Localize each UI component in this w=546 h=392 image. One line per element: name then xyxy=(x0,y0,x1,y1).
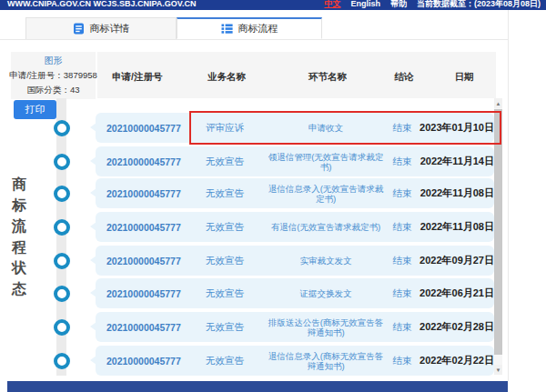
row-business-name: 无效宣告 xyxy=(179,346,270,376)
row-date: 2022年11月08日 xyxy=(394,178,494,208)
row-business-name: 无效宣告 xyxy=(179,246,270,276)
tab-trademark-process[interactable]: 商标流程 xyxy=(177,17,322,39)
row-business-name: 无效宣告 xyxy=(179,312,270,342)
table-scrollbar[interactable]: ▲ ▼ xyxy=(494,98,502,375)
scrollbar-thumb[interactable] xyxy=(494,109,502,355)
row-date: 2022年06月21日 xyxy=(394,278,494,308)
header-conclusion: 结论 xyxy=(385,71,423,84)
process-row[interactable]: 20210000045777 无效宣告 排版送达公告(商标无效宣告答辩通知书) … xyxy=(96,312,494,342)
tab-details-label: 商标详情 xyxy=(90,22,130,35)
site-url-text: WWW.CNIPA.GOV.CN WCJS.SBJ.CNIPA.GOV.CN xyxy=(7,0,197,8)
row-business-name: 无效宣告 xyxy=(179,278,270,308)
tab-process-label: 商标流程 xyxy=(238,22,278,35)
row-stage-name: 证据交换发文 xyxy=(265,278,387,308)
row-date: 2023年01月10日 xyxy=(394,113,494,143)
row-date: 2022年02月22日 xyxy=(394,346,494,376)
row-business-name: 无效宣告 xyxy=(179,212,270,242)
scrollbar-down-arrow-icon[interactable]: ▼ xyxy=(494,365,502,375)
row-date: 2022年11月08日 xyxy=(394,212,494,242)
top-navy-bar: WWW.CNIPA.GOV.CN WCJS.SBJ.CNIPA.GOV.CN 中… xyxy=(0,0,546,10)
header-business-name: 业务名称 xyxy=(181,71,272,84)
process-row[interactable]: 20210000045777 评审应诉 申请收文 结束 2023年01月10日 xyxy=(96,113,494,143)
process-row[interactable]: 20210000045777 无效宣告 退信信息录入(无效宣告请求裁定书) 结束… xyxy=(96,178,494,208)
process-rows-area: 20210000045777 评审应诉 申请收文 结束 2023年01月10日 … xyxy=(0,98,508,377)
lang-english-link[interactable]: English xyxy=(350,0,380,8)
process-row[interactable]: 20210000045777 无效宣告 退信信息录入(商标无效宣告答辩通知书) … xyxy=(96,346,494,376)
row-date: 2022年11月14日 xyxy=(394,146,494,176)
row-business-name: 无效宣告 xyxy=(179,146,270,176)
process-row[interactable]: 20210000045777 无效宣告 有退信(无效宣告请求裁定书) 结束 20… xyxy=(96,212,494,242)
tab-divider-line xyxy=(0,39,508,40)
scrollbar-up-arrow-icon[interactable]: ▲ xyxy=(494,98,502,108)
row-business-name: 无效宣告 xyxy=(179,178,270,208)
row-stage-name: 领退信管理(无效宣告请求裁定书) xyxy=(265,146,387,176)
process-row[interactable]: 20210000045777 无效宣告 证据交换发文 结束 2022年06月21… xyxy=(96,278,494,308)
header-stage-name: 环节名称 xyxy=(267,71,389,84)
header-date: 日期 xyxy=(432,71,496,84)
row-stage-name: 退信信息录入(商标无效宣告答辩通知书) xyxy=(265,346,387,376)
list-icon xyxy=(221,23,233,35)
row-business-name: 评审应诉 xyxy=(179,113,270,143)
header-application-number: 申请/注册号 xyxy=(112,71,162,84)
row-stage-name: 有退信(无效宣告请求裁定书) xyxy=(265,212,387,242)
process-row[interactable]: 20210000045777 无效宣告 实审裁文发文 结束 2022年09月27… xyxy=(96,246,494,276)
document-icon xyxy=(73,23,85,35)
lang-chinese-link[interactable]: 中文 xyxy=(324,0,340,10)
tab-trademark-details[interactable]: 商标详情 xyxy=(25,17,177,39)
row-stage-name: 排版送达公告(商标无效宣告答辩通知书) xyxy=(265,312,387,342)
intl-class-text: 国际分类：43 xyxy=(26,85,79,96)
footer-navy-bar xyxy=(7,381,508,392)
trademark-info-panel: 图形 申请/注册号：3879958 国际分类：43 xyxy=(11,52,96,99)
row-stage-name: 实审裁文发文 xyxy=(265,246,387,276)
row-date: 2022年02月28日 xyxy=(394,312,494,342)
mark-type-link[interactable]: 图形 xyxy=(45,55,63,67)
data-asof-text: 当前数据截至：(2023年08月08日) xyxy=(417,0,541,10)
row-date: 2022年09月27日 xyxy=(394,246,494,276)
row-stage-name: 退信信息录入(无效宣告请求裁定书) xyxy=(265,178,387,208)
application-number-text: 申请/注册号：3879958 xyxy=(9,70,97,82)
help-link[interactable]: 帮助 xyxy=(390,0,407,10)
table-header: 申请/注册号 业务名称 环节名称 结论 日期 xyxy=(97,52,496,98)
row-stage-name: 申请收文 xyxy=(265,113,387,143)
content-right-border xyxy=(508,10,509,381)
process-row[interactable]: 20210000045777 无效宣告 领退信管理(无效宣告请求裁定书) 结束 … xyxy=(96,146,494,176)
